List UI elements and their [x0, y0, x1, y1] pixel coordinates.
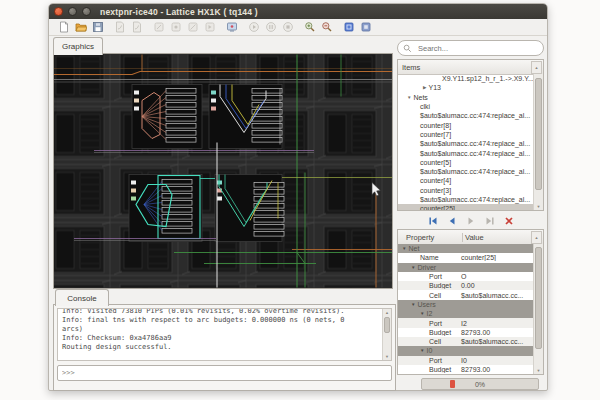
tab-graphics[interactable]: Graphics — [53, 37, 103, 55]
tree-item-auto-alumacc-cc-474-replace-al[interactable]: $auto$alumacc.cc:474:replace_al... — [398, 148, 534, 157]
execute-action-icon[interactable] — [203, 21, 216, 34]
property-key: Cell — [398, 338, 459, 345]
console-scrollbar[interactable]: ▲ ▼ — [382, 309, 391, 360]
property-group-label: I2 — [426, 310, 432, 317]
expanded-arrow-icon[interactable]: ▼ — [402, 246, 406, 251]
toolbar — [49, 19, 547, 36]
property-row-budget[interactable]: Budget82793.00 — [398, 328, 534, 337]
property-row-port[interactable]: PortO — [398, 272, 534, 281]
console-input[interactable] — [57, 365, 392, 381]
property-row-budget[interactable]: Budget82793.00 — [398, 365, 534, 374]
property-group-users[interactable]: ▼Users — [398, 300, 534, 309]
property-key: Budget — [398, 366, 459, 373]
scroll-down-icon[interactable]: ▼ — [534, 203, 543, 210]
tab-graphics-label: Graphics — [62, 42, 94, 51]
items-panel: Items ▲ X9.Y11.sp12_h_r_1.->.X9.Y...▶Y13… — [397, 59, 544, 211]
tree-item-counter-7[interactable]: counter[7] — [398, 130, 534, 139]
tree-item-label: X9.Y11.sp12_h_r_1.->.X9.Y... — [442, 75, 534, 82]
expanded-arrow-icon[interactable]: ▼ — [411, 265, 415, 270]
pause-task-icon[interactable] — [264, 21, 277, 34]
stop-task-icon[interactable] — [281, 21, 294, 34]
tree-item-label: $auto$alumacc.cc:474:replace_al... — [420, 112, 530, 119]
next-item-button[interactable] — [466, 216, 476, 226]
fpga-routing-view — [54, 54, 392, 288]
tree-item-nets[interactable]: ▼Nets — [398, 93, 534, 102]
tree-item-label: counter[5] — [420, 159, 451, 166]
tree-item-auto-alumacc-cc-474-replace-al[interactable]: $auto$alumacc.cc:474:replace_al... — [398, 139, 534, 148]
progress-label: 0% — [422, 379, 538, 389]
items-scrollbar[interactable]: ▼ — [533, 74, 543, 210]
tab-console[interactable]: Console — [55, 289, 109, 306]
property-group-i2[interactable]: ▼I2 — [398, 309, 534, 318]
previous-item-button[interactable] — [447, 216, 457, 226]
tree-item-auto-alumacc-cc-474-replace-al[interactable]: $auto$alumacc.cc:474:replace_al... — [398, 111, 534, 120]
tree-item-auto-alumacc-cc-474-replace-al[interactable]: $auto$alumacc.cc:474:replace_al... — [398, 195, 534, 204]
property-scrollbar[interactable]: ▼ — [533, 244, 543, 374]
search-icon — [403, 44, 412, 53]
tree-item-counter-8[interactable]: counter[8] — [398, 120, 534, 129]
property-row-cell[interactable]: Cell$auto$alumacc.cc... — [398, 337, 534, 346]
expanded-arrow-icon[interactable]: ▼ — [420, 311, 424, 316]
tree-item-auto-alumacc-cc-474-replace-al[interactable]: $auto$alumacc.cc:474:replace_al... — [398, 167, 534, 176]
scroll-down-icon[interactable]: ▼ — [383, 353, 391, 360]
console-log[interactable]: Info: Visited 73810 PIPs (0.01% revisits… — [57, 308, 392, 361]
tree-item-counter-4[interactable]: counter[4] — [398, 176, 534, 185]
property-group-driver[interactable]: ▼Driver — [398, 263, 534, 272]
property-row-name[interactable]: Namecounter[25] — [398, 253, 534, 262]
play-task-icon[interactable] — [247, 21, 260, 34]
zoom-selection-icon[interactable] — [342, 21, 355, 34]
expanded-arrow-icon[interactable]: ▼ — [407, 95, 411, 100]
tree-item-x9-y11-sp12-h-r-1-x9-y[interactable]: X9.Y11.sp12_h_r_1.->.X9.Y... — [398, 74, 534, 83]
tree-item-y13[interactable]: ▶Y13 — [398, 83, 534, 92]
scroll-up-icon[interactable]: ▲ — [383, 309, 391, 316]
property-key: Port — [398, 273, 459, 280]
zoom-out-icon[interactable] — [320, 21, 333, 34]
pack-action-icon[interactable] — [152, 21, 165, 34]
export-file-icon-1[interactable] — [113, 21, 126, 34]
property-row-budget[interactable]: Budget0.00 — [398, 281, 534, 290]
right-sidebar: Items ▲ X9.Y11.sp12_h_r_1.->.X9.Y...▶Y13… — [397, 37, 544, 390]
property-value: 82793.00 — [459, 329, 534, 336]
collapsed-arrow-icon[interactable]: ▶ — [423, 85, 426, 90]
selection-nav — [397, 213, 544, 228]
export-file-icon-2[interactable] — [130, 21, 143, 34]
property-row-cell[interactable]: Cell$auto$alumacc.cc... — [398, 290, 534, 299]
search-input[interactable] — [416, 43, 538, 54]
logic-tile-vee — [209, 85, 282, 149]
items-tree[interactable]: X9.Y11.sp12_h_r_1.->.X9.Y...▶Y13▼Netsclk… — [398, 74, 534, 210]
screenshot-icon[interactable] — [225, 21, 238, 34]
open-file-icon[interactable] — [74, 21, 87, 34]
zoom-outbound-icon[interactable] — [359, 21, 372, 34]
new-file-icon[interactable] — [57, 21, 70, 34]
property-row-port[interactable]: PortI2 — [398, 318, 534, 327]
property-key: Cell — [398, 292, 459, 299]
tree-item-counter-3[interactable]: counter[3] — [398, 186, 534, 195]
clear-selection-button[interactable] — [504, 216, 514, 226]
scroll-down-icon[interactable]: ▼ — [534, 367, 543, 374]
tree-item-label: Nets — [413, 94, 427, 101]
expanded-arrow-icon[interactable]: ▼ — [420, 348, 424, 353]
scroll-up-icon[interactable]: ▲ — [531, 231, 542, 244]
maximize-window-button[interactable] — [82, 7, 91, 16]
first-item-button[interactable] — [428, 216, 438, 226]
place-action-icon[interactable] — [169, 21, 182, 34]
tree-item-counter-5[interactable]: counter[5] — [398, 158, 534, 167]
tree-item-clki[interactable]: clki — [398, 102, 534, 111]
titlebar[interactable]: nextpnr-ice40 - Lattice HX1K ( tq144 ) — [49, 4, 547, 19]
property-group-i0[interactable]: ▼I0 — [398, 346, 534, 355]
zoom-in-icon[interactable] — [303, 21, 316, 34]
route-action-icon[interactable] — [186, 21, 199, 34]
minimize-window-button[interactable] — [68, 7, 77, 16]
save-file-icon[interactable] — [91, 21, 104, 34]
logic-tile-salmon — [132, 85, 202, 149]
scroll-up-icon[interactable]: ▲ — [531, 61, 542, 74]
property-table-body[interactable]: ▼NetNamecounter[25]▼DriverPortOBudget0.0… — [398, 244, 534, 374]
property-group-net[interactable]: ▼Net — [398, 244, 534, 253]
expanded-arrow-icon[interactable]: ▼ — [411, 302, 415, 307]
tree-item-counter-25[interactable]: counter[25] — [398, 204, 534, 210]
property-row-port[interactable]: PortI0 — [398, 356, 534, 365]
search-box[interactable] — [397, 40, 544, 56]
close-window-button[interactable] — [54, 7, 63, 16]
last-item-button[interactable] — [485, 216, 495, 226]
fpga-graphics-canvas[interactable] — [53, 53, 393, 289]
